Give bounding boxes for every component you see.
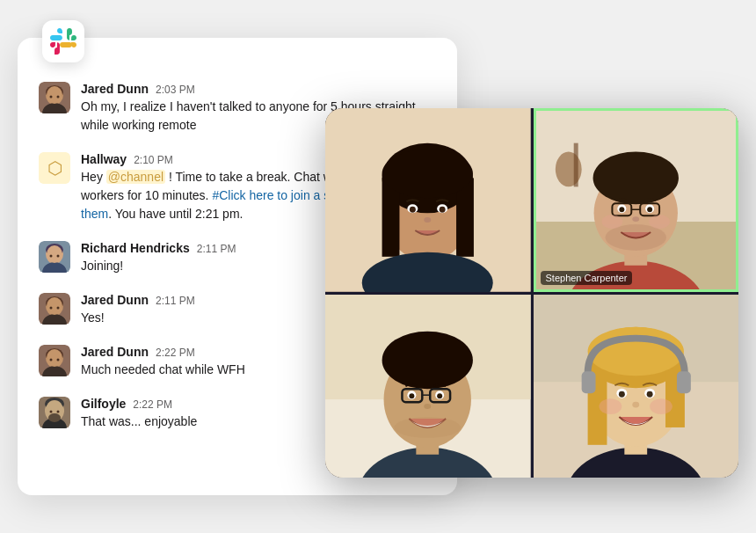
avatar-jared-1 — [39, 82, 70, 113]
svg-point-98 — [587, 326, 683, 376]
avatar-gilfoyle — [39, 397, 70, 428]
svg-point-70 — [632, 216, 639, 222]
sender-hallway: Hallway — [81, 152, 127, 166]
timestamp-2: 2:10 PM — [134, 154, 173, 166]
svg-point-5 — [50, 96, 53, 99]
svg-point-103 — [618, 391, 624, 397]
svg-point-36 — [57, 411, 60, 413]
svg-point-27 — [47, 349, 62, 367]
avatar-jared-3 — [39, 345, 70, 376]
slack-logo — [42, 20, 84, 62]
channel-mention: @channel — [106, 170, 165, 184]
svg-point-106 — [599, 398, 622, 414]
avatar-richard — [39, 241, 70, 273]
video-cell-3 — [325, 295, 531, 478]
svg-point-104 — [646, 391, 652, 397]
svg-point-46 — [382, 150, 473, 199]
svg-point-20 — [47, 297, 62, 315]
svg-rect-100 — [676, 371, 690, 393]
svg-point-72 — [649, 215, 670, 229]
timestamp-6: 2:22 PM — [133, 398, 172, 411]
video-name-tag-stephen: Stephen Carpenter — [541, 271, 633, 285]
svg-point-28 — [50, 359, 53, 361]
svg-point-105 — [632, 401, 639, 407]
svg-point-61 — [592, 152, 678, 205]
svg-point-37 — [48, 413, 61, 422]
svg-point-51 — [424, 217, 431, 223]
svg-rect-57 — [573, 143, 578, 187]
main-scene: Jared Dunn 2:03 PM Oh my, I realize I ha… — [18, 20, 738, 513]
svg-point-66 — [647, 207, 652, 212]
message-1-header: Jared Dunn 2:03 PM — [81, 82, 436, 96]
svg-point-15 — [57, 255, 60, 258]
svg-point-22 — [57, 307, 60, 310]
svg-point-86 — [437, 393, 442, 398]
svg-point-50 — [440, 207, 446, 213]
svg-point-13 — [47, 245, 62, 263]
svg-point-65 — [619, 207, 624, 212]
svg-point-14 — [50, 255, 53, 258]
svg-point-88 — [394, 417, 461, 438]
video-call-panel: Stephen Carpenter — [325, 108, 738, 478]
svg-point-29 — [57, 359, 60, 361]
timestamp-1: 2:03 PM — [156, 84, 195, 96]
svg-point-21 — [50, 307, 53, 310]
sender-richard: Richard Hendricks — [81, 241, 190, 255]
timestamp-5: 2:22 PM — [156, 347, 195, 359]
avatar-jared-2 — [39, 293, 70, 325]
svg-point-107 — [650, 398, 672, 414]
sender-jared-2: Jared Dunn — [81, 293, 149, 307]
video-grid: Stephen Carpenter — [325, 108, 738, 478]
svg-rect-99 — [581, 371, 595, 393]
svg-point-49 — [410, 207, 416, 213]
svg-point-79 — [382, 331, 473, 389]
svg-point-35 — [50, 411, 53, 413]
video-cell-4 — [534, 295, 739, 478]
timestamp-4: 2:11 PM — [156, 295, 195, 307]
svg-point-6 — [57, 96, 60, 99]
video-cell-2: Stephen Carpenter — [534, 108, 739, 292]
sender-gilfoyle: Gilfoyle — [81, 397, 126, 411]
svg-point-87 — [424, 404, 431, 409]
timestamp-3: 2:11 PM — [197, 243, 236, 255]
video-cell-1 — [325, 108, 531, 292]
sender-jared-1: Jared Dunn — [81, 82, 149, 96]
svg-point-85 — [409, 393, 414, 398]
avatar-hallway: ⬡ — [39, 152, 70, 184]
sender-jared-3: Jared Dunn — [81, 345, 149, 359]
svg-point-71 — [601, 215, 622, 229]
svg-text:⬡: ⬡ — [47, 158, 62, 178]
svg-point-4 — [47, 86, 62, 104]
